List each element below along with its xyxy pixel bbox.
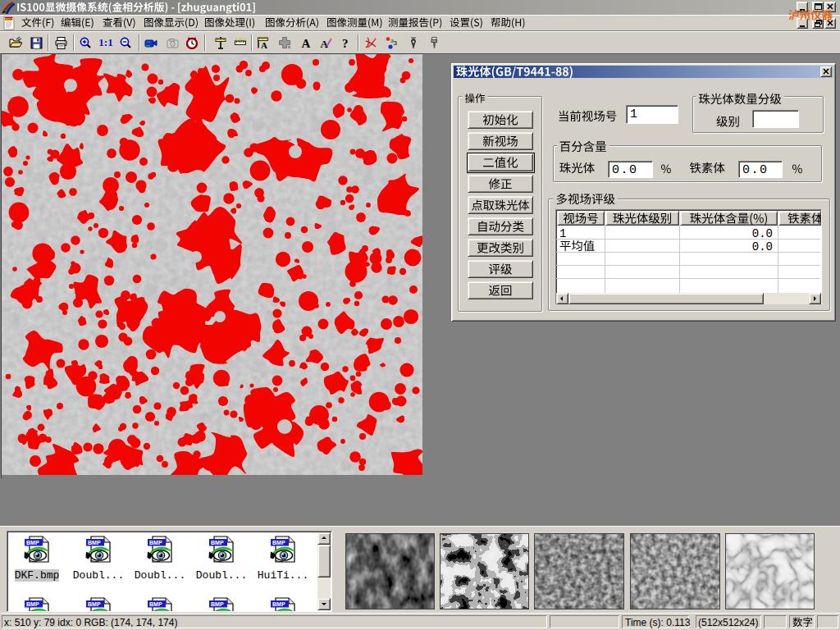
svg-text:?: ? bbox=[342, 37, 349, 49]
svg-text:BMP: BMP bbox=[149, 540, 162, 546]
svg-text:BMP: BMP bbox=[26, 540, 39, 546]
svg-text:BMP: BMP bbox=[211, 601, 224, 607]
svg-text:BMP: BMP bbox=[149, 601, 162, 607]
svg-text:A: A bbox=[261, 40, 267, 50]
svg-text:BMP: BMP bbox=[272, 601, 285, 607]
svg-text:DOC: DOC bbox=[5, 17, 12, 21]
svg-text:3: 3 bbox=[394, 39, 398, 47]
svg-text:BMP: BMP bbox=[88, 540, 101, 546]
svg-text:BMP: BMP bbox=[26, 601, 39, 607]
svg-text:BMP: BMP bbox=[88, 601, 101, 607]
svg-text:A: A bbox=[321, 38, 329, 50]
svg-text:BMP: BMP bbox=[211, 540, 224, 546]
svg-text:A: A bbox=[301, 37, 310, 49]
svg-text:BMP: BMP bbox=[272, 540, 285, 546]
